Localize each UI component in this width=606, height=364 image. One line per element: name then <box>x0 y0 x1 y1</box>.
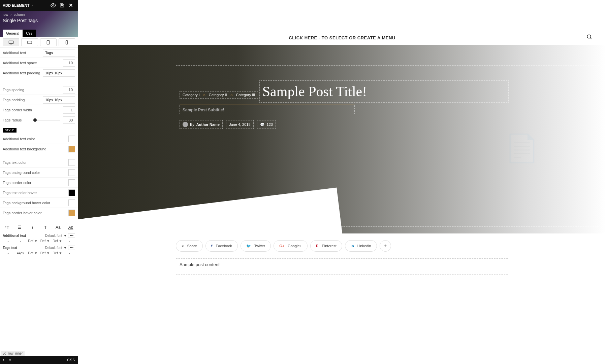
device-landscape-icon[interactable] <box>21 38 38 46</box>
meta-row: By Author Name June 4, 2018 💬 123 <box>180 120 596 129</box>
color-additional-text-background: Additional text background <box>0 144 78 154</box>
post-content-box[interactable]: Sample post content! <box>176 258 508 275</box>
google-button[interactable]: G+Google+ <box>274 240 308 252</box>
top-bar: ADD ELEMENT › ✕ <box>0 0 78 11</box>
typo-more-button[interactable]: ••• <box>68 233 75 238</box>
share-button[interactable]: < Share <box>176 240 203 252</box>
close-icon[interactable]: ✕ <box>66 2 75 8</box>
author-name: Author Name <box>196 122 220 126</box>
italic-icon[interactable]: T <box>28 225 37 230</box>
typo-tags-text: Tags text Default font ▼ ••• - 44px Def … <box>0 244 78 256</box>
tab-general[interactable]: General <box>3 30 23 37</box>
breadcrumb-column[interactable]: column <box>14 13 25 16</box>
swatch-tags-border[interactable] <box>68 179 75 186</box>
dropdown-arrow-icon[interactable]: ▼ <box>64 246 67 250</box>
svg-rect-3 <box>28 41 32 44</box>
typo-more-button[interactable]: ••• <box>68 246 75 250</box>
svg-rect-5 <box>66 40 68 44</box>
category-link[interactable]: Category I <box>183 93 200 97</box>
bottom-bar: ‹ ○ CSS <box>0 356 78 364</box>
category-link[interactable]: Category III <box>236 93 255 97</box>
categories-row[interactable]: Category I ◇ Category II ◇ Category III <box>180 91 258 99</box>
swatch-tags-text[interactable] <box>68 159 75 166</box>
linkedin-icon: in <box>351 244 354 248</box>
device-all-icon[interactable] <box>3 38 19 46</box>
input-tags-radius[interactable] <box>63 116 75 124</box>
more-share-button[interactable]: + <box>380 240 391 252</box>
input-additional-text[interactable] <box>43 49 75 57</box>
bold-icon[interactable]: T <box>41 225 50 230</box>
linkedin-button[interactable]: inLinkedin <box>345 240 377 252</box>
add-element-label: ADD ELEMENT <box>3 3 29 7</box>
author-box[interactable]: By Author Name <box>180 120 223 129</box>
category-link[interactable]: Category II <box>209 93 227 97</box>
search-icon[interactable] <box>586 34 593 42</box>
comments-count: 123 <box>267 122 273 126</box>
avatar <box>183 122 188 127</box>
facebook-button[interactable]: fFacebook <box>205 240 238 252</box>
diamond-icon: ◇ <box>203 93 205 97</box>
field-additional-text: Additional text <box>0 48 78 58</box>
svg-point-0 <box>53 5 54 6</box>
field-tags-padding: Tags padding <box>0 95 78 105</box>
facebook-icon: f <box>211 244 213 248</box>
date-box[interactable]: June 4, 2018 <box>226 120 254 129</box>
circle-icon[interactable]: ○ <box>9 358 11 362</box>
breadcrumb-row[interactable]: row <box>3 13 8 16</box>
field-tags-spacing: Tags spacing <box>0 85 78 95</box>
svg-point-6 <box>587 35 591 38</box>
field-additional-text-padding: Additional text padding <box>0 68 78 78</box>
context-bar: row › column Single Post Tags General Cs… <box>0 11 78 37</box>
comments-box[interactable]: 💬 123 <box>257 120 276 129</box>
swatch-tags-border-hover[interactable] <box>68 210 75 216</box>
line-height-icon[interactable]: ☰ <box>15 225 24 230</box>
slider-tags-radius[interactable] <box>33 120 60 120</box>
typo-additional-text: Additional text Default font ▼ ••• - - D… <box>0 232 78 244</box>
device-phone-icon[interactable] <box>59 38 75 46</box>
pinterest-button[interactable]: PPinterest <box>310 240 342 252</box>
dropdown-arrow-icon[interactable]: ▼ <box>64 234 67 238</box>
font-size-icon[interactable]: TT <box>3 225 11 230</box>
pinterest-icon: P <box>316 244 318 248</box>
breadcrumb: row › column <box>3 13 75 16</box>
post-date: June 4, 2018 <box>229 122 251 126</box>
input-tags-padding[interactable] <box>43 96 75 104</box>
swatch-tags-text-hover[interactable] <box>68 189 75 196</box>
input-tags-spacing[interactable] <box>63 86 75 94</box>
chevron-right-icon: › <box>31 4 32 7</box>
preview-icon[interactable] <box>49 3 58 8</box>
input-tags-border-width[interactable] <box>63 106 75 114</box>
tab-css[interactable]: Css <box>23 30 36 37</box>
swatch-tags-background-hover[interactable] <box>68 199 75 206</box>
text-transform-icon[interactable]: Aa <box>54 225 62 230</box>
save-icon[interactable] <box>58 3 66 8</box>
device-tablet-icon[interactable] <box>40 38 57 46</box>
input-additional-text-space[interactable] <box>63 59 75 67</box>
add-element-button[interactable]: ADD ELEMENT › <box>3 3 33 7</box>
share-row: < Share fFacebook 🐦Twitter G+Google+ PPi… <box>176 240 508 252</box>
twitter-button[interactable]: 🐦Twitter <box>241 240 271 252</box>
svg-rect-4 <box>47 40 50 44</box>
panel-body: Additional text Additional text space Ad… <box>0 48 78 364</box>
post-subtitle-box[interactable]: Sample Post Subtitle! <box>180 105 355 114</box>
menu-bar: CLICK HERE - TO SELECT OR CREATE A MENU <box>78 30 606 45</box>
menu-placeholder[interactable]: CLICK HERE - TO SELECT OR CREATE A MENU <box>289 35 395 40</box>
letter-spacing-icon[interactable]: Ab <box>66 225 75 230</box>
tabs: General Css <box>3 30 36 37</box>
device-selector <box>0 37 78 48</box>
post-title-box[interactable]: Sample Post Title! <box>259 80 509 103</box>
input-additional-text-padding[interactable] <box>43 69 75 77</box>
share-icon: < <box>182 244 184 248</box>
color-tags-border-hover: Tags border hover color <box>0 208 78 218</box>
color-tags-background-hover: Tags background hover color <box>0 198 78 208</box>
hero-section: Category I ◇ Category II ◇ Category III … <box>78 45 606 233</box>
element-title: Single Post Tags <box>3 18 75 23</box>
post-content: Sample post content! <box>180 262 221 267</box>
swatch-additional-text-background[interactable] <box>68 146 75 152</box>
back-icon[interactable]: ‹ <box>3 358 4 362</box>
vc-row-inner-label[interactable]: vc_row_inner <box>1 351 25 356</box>
swatch-tags-background[interactable] <box>68 169 75 176</box>
color-tags-background: Tags background color <box>0 168 78 178</box>
swatch-additional-text-color[interactable] <box>68 136 75 142</box>
css-button[interactable]: CSS <box>67 358 75 362</box>
